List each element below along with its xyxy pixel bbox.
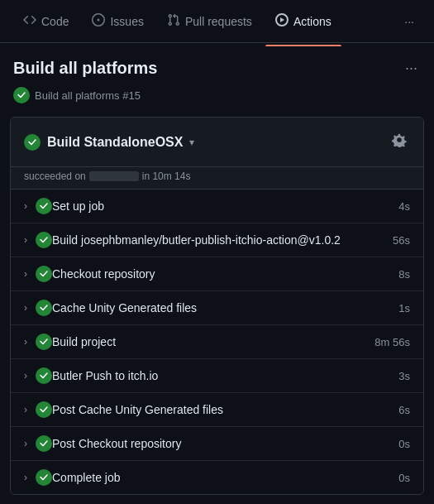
step-label: Post Checkout repository: [52, 437, 398, 450]
step-label: Checkout repository: [52, 267, 398, 281]
step-row[interactable]: › Butler Push to itch.io 3s: [11, 359, 423, 393]
page-title: Build all platforms: [13, 59, 157, 78]
step-row[interactable]: › Build josephbmanley/butler-publish-itc…: [11, 223, 423, 257]
step-expand-icon: ›: [24, 336, 27, 348]
workflow-settings-button[interactable]: [389, 129, 410, 155]
step-row[interactable]: › Complete job 0s: [11, 461, 423, 494]
step-label: Build project: [52, 335, 374, 348]
step-status-icon: [36, 266, 52, 282]
step-row[interactable]: › Cache Unity Generated files 1s: [11, 291, 423, 325]
step-duration: 3s: [398, 370, 410, 382]
step-status-icon: [36, 232, 52, 248]
actions-icon: [275, 13, 289, 29]
nav-item-code[interactable]: Code: [13, 7, 79, 36]
step-expand-icon: ›: [24, 302, 27, 314]
build-run-info: Build all platforms #15: [0, 87, 434, 117]
nav-label-pull-requests: Pull requests: [185, 15, 252, 28]
step-label: Butler Push to itch.io: [52, 369, 398, 382]
step-expand-icon: ›: [24, 200, 27, 212]
step-status-icon: [36, 334, 52, 350]
step-label: Complete job: [52, 471, 398, 484]
step-duration: 56s: [393, 234, 410, 247]
workflow-status-icon: [24, 134, 41, 151]
step-duration: 0s: [398, 438, 410, 450]
nav-label-issues: Issues: [110, 15, 143, 28]
step-label: Build josephbmanley/butler-publish-itchi…: [52, 233, 393, 247]
step-label: Set up job: [52, 199, 398, 213]
step-duration: 4s: [398, 200, 410, 213]
step-expand-icon: ›: [24, 438, 27, 449]
step-status-icon: [36, 198, 52, 214]
step-label: Post Cache Unity Generated files: [52, 403, 398, 416]
nav-more-button[interactable]: ···: [398, 8, 421, 35]
step-status-icon: [36, 435, 52, 452]
repo-header: Build all platforms ···: [0, 43, 434, 87]
step-duration: 6s: [398, 404, 410, 416]
workflow-title-area: Build StandaloneOSX ▾: [24, 134, 194, 151]
step-expand-icon: ›: [24, 472, 27, 483]
step-expand-icon: ›: [24, 234, 27, 246]
step-status-icon: [36, 300, 52, 316]
header-more-button[interactable]: ···: [402, 56, 421, 80]
workflow-chevron-icon[interactable]: ▾: [189, 137, 194, 148]
step-expand-icon: ›: [24, 268, 27, 280]
workflow-header: Build StandaloneOSX ▾: [11, 118, 423, 167]
issues-icon: [92, 13, 105, 29]
build-run-label: Build all platforms #15: [35, 89, 141, 102]
step-row[interactable]: › Post Checkout repository 0s: [11, 427, 423, 461]
nav-label-code: Code: [41, 15, 69, 28]
steps-list: › Set up job 4s › Build josephbmanley/bu…: [11, 190, 423, 494]
pull-request-icon: [167, 13, 180, 29]
step-label: Cache Unity Generated files: [52, 301, 398, 314]
step-expand-icon: ›: [24, 404, 27, 415]
step-duration: 8s: [398, 268, 410, 281]
workflow-section: Build StandaloneOSX ▾ succeeded on in 10…: [10, 117, 424, 495]
step-row[interactable]: › Post Cache Unity Generated files 6s: [11, 393, 423, 427]
top-nav: Code Issues Pull requests Actions ···: [0, 0, 434, 43]
step-status-icon: [36, 401, 52, 418]
commit-hash: [89, 171, 139, 181]
step-row[interactable]: › Checkout repository 8s: [11, 257, 423, 291]
nav-label-actions: Actions: [293, 15, 331, 28]
workflow-title: Build StandaloneOSX: [47, 135, 183, 150]
step-duration: 0s: [398, 472, 410, 484]
subtitle-text: succeeded on: [24, 170, 86, 182]
duration-text: in 10m 14s: [142, 170, 191, 182]
step-duration: 8m 56s: [374, 336, 410, 348]
code-icon: [23, 13, 36, 29]
step-status-icon: [36, 367, 52, 384]
step-row[interactable]: › Build project 8m 56s: [11, 325, 423, 359]
workflow-subtitle: succeeded on in 10m 14s: [11, 167, 423, 190]
nav-item-actions[interactable]: Actions: [265, 7, 341, 36]
run-status-icon: [13, 87, 30, 103]
nav-item-issues[interactable]: Issues: [82, 7, 153, 36]
step-duration: 1s: [398, 302, 410, 314]
step-status-icon: [36, 469, 52, 486]
nav-item-pull-requests[interactable]: Pull requests: [157, 7, 262, 36]
step-row[interactable]: › Set up job 4s: [11, 190, 423, 223]
step-expand-icon: ›: [24, 370, 27, 382]
